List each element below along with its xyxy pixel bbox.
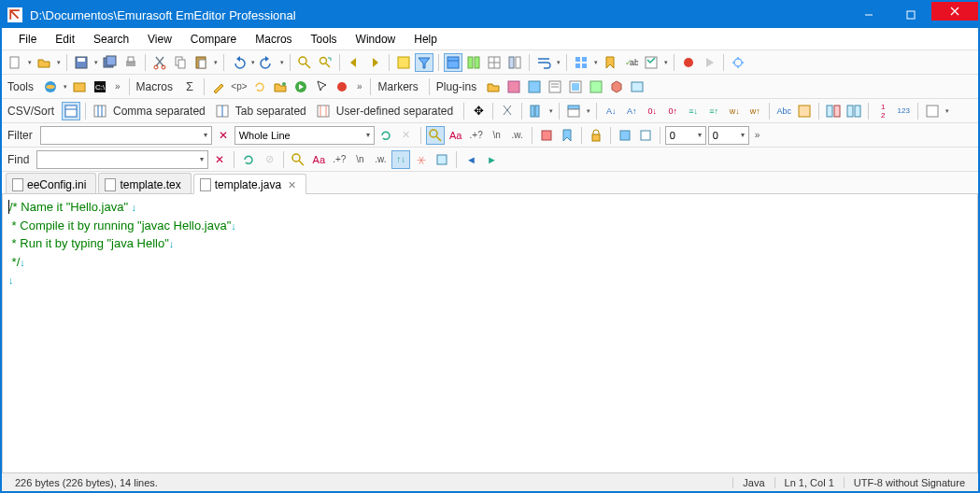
compare-icon[interactable]	[824, 102, 843, 120]
tab-eeconfig[interactable]: eeConfig.ini	[6, 173, 96, 193]
sort-short-icon[interactable]: ≡↓	[684, 102, 703, 120]
save-drop[interactable]: ▾	[92, 53, 99, 72]
filter-refresh-icon[interactable]	[376, 126, 395, 145]
find-esc-icon[interactable]: \n	[350, 150, 369, 169]
find-close-icon[interactable]	[433, 150, 451, 169]
find-count-icon[interactable]: ⚹	[412, 150, 431, 169]
menu-help[interactable]: Help	[405, 31, 447, 48]
ie-drop[interactable]: ▾	[62, 77, 68, 96]
filter-input[interactable]: ▾	[40, 126, 212, 145]
regex-icon[interactable]: .+?	[467, 126, 486, 145]
filter-abort-icon[interactable]: ✕	[397, 126, 416, 145]
open-icon[interactable]	[35, 53, 53, 72]
header-drop[interactable]: ▾	[585, 102, 591, 120]
case-icon[interactable]: Aa	[447, 126, 465, 145]
lines-below[interactable]: 0▾	[708, 126, 749, 145]
cut-icon[interactable]	[150, 53, 169, 72]
minimize-button[interactable]	[847, 6, 889, 24]
view-normal-icon[interactable]	[444, 53, 462, 72]
macro-run-icon[interactable]	[291, 77, 310, 96]
menu-compare[interactable]: Compare	[181, 31, 246, 48]
find-input[interactable]: ▾	[36, 150, 208, 169]
redo-drop[interactable]: ▾	[278, 53, 285, 72]
move-cell-icon[interactable]: ✥	[469, 102, 488, 120]
find-zoom-icon[interactable]	[289, 150, 307, 169]
tab-template-tex[interactable]: template.tex	[98, 173, 191, 193]
sort-09-icon[interactable]: 0↓	[643, 102, 661, 120]
cols-drop[interactable]: ▾	[547, 102, 554, 120]
close-tab-icon[interactable]: ✕	[288, 179, 296, 191]
block2-icon[interactable]	[636, 126, 655, 145]
tab-sep-label[interactable]: Tab separated	[234, 105, 312, 118]
bar-icon[interactable]	[923, 102, 942, 120]
explorer-icon[interactable]	[70, 77, 89, 96]
bookmark-icon[interactable]	[601, 53, 619, 72]
lock-icon[interactable]	[587, 126, 605, 145]
spell-icon[interactable]: ✓ab	[621, 53, 640, 72]
plugin-4-icon[interactable]	[546, 77, 564, 96]
undo-icon[interactable]	[229, 53, 248, 72]
filter-toggle-icon[interactable]	[415, 53, 433, 72]
csv-mode-icon[interactable]	[62, 102, 80, 120]
tab-sep-icon[interactable]	[213, 102, 232, 120]
plugin-6-icon[interactable]	[587, 77, 605, 96]
filter-x-icon[interactable]: ✕	[214, 126, 233, 145]
cmd-icon[interactable]: C:\	[91, 77, 109, 96]
plugin-1-icon[interactable]	[484, 77, 503, 96]
macro-stop-icon[interactable]	[333, 77, 351, 96]
menu-window[interactable]: Window	[347, 31, 405, 48]
filter-scope[interactable]: Whole Line▾	[234, 126, 375, 145]
user-sep-label[interactable]: User-defined separated	[334, 105, 459, 118]
macro-save-icon[interactable]	[271, 77, 290, 96]
num-icon[interactable]: 12	[873, 102, 892, 120]
find-icon[interactable]	[295, 53, 314, 72]
replace-icon[interactable]	[316, 53, 334, 72]
header-icon[interactable]	[564, 102, 583, 120]
param-icon[interactable]: <p>	[230, 77, 249, 96]
menu-macros[interactable]: Macros	[246, 31, 301, 48]
comma-sep-icon[interactable]	[91, 102, 109, 120]
plugin-8-icon[interactable]	[628, 77, 646, 96]
neg-icon[interactable]	[537, 126, 556, 145]
menu-tools[interactable]: Tools	[302, 31, 347, 48]
paste-icon[interactable]	[192, 53, 210, 72]
close-button[interactable]	[931, 2, 978, 21]
wrap-icon[interactable]	[534, 53, 553, 72]
config-icon[interactable]	[642, 53, 660, 72]
macro-refresh-icon[interactable]	[250, 77, 269, 96]
paste-drop[interactable]: ▾	[212, 53, 219, 72]
menu-file[interactable]: File	[9, 31, 46, 48]
block-icon[interactable]	[616, 126, 634, 145]
view-outline-icon[interactable]	[505, 53, 524, 72]
find-prev2-icon[interactable]: ◄	[462, 150, 480, 169]
new-file-drop[interactable]: ▾	[26, 53, 33, 72]
view-split-icon[interactable]	[464, 53, 483, 72]
wrap-drop[interactable]: ▾	[555, 53, 561, 72]
user-sep-icon[interactable]	[314, 102, 333, 120]
menu-edit[interactable]: Edit	[46, 31, 84, 48]
find-regex-icon[interactable]: .+?	[330, 150, 348, 169]
find-case-icon[interactable]: Aa	[309, 150, 328, 169]
find-next-icon[interactable]	[365, 53, 384, 72]
view-grid-icon[interactable]	[485, 53, 504, 72]
config-drop[interactable]: ▾	[662, 53, 669, 72]
menu-view[interactable]: View	[138, 31, 181, 48]
find-word-icon[interactable]: .w.	[371, 150, 390, 169]
sort-az-icon[interactable]: A↓	[602, 102, 620, 120]
play-icon[interactable]	[700, 53, 718, 72]
compare2-icon[interactable]	[845, 102, 863, 120]
ie-icon[interactable]	[41, 77, 60, 96]
find-x-icon[interactable]: ✕	[210, 150, 229, 169]
menu-search[interactable]: Search	[84, 31, 138, 48]
dedup2-icon[interactable]	[795, 102, 814, 120]
tile-icon[interactable]	[572, 53, 590, 72]
print-icon[interactable]	[121, 53, 140, 72]
macros-overflow[interactable]: »	[353, 81, 366, 92]
tab-template-java[interactable]: template.java✕	[193, 174, 306, 194]
whole-word-icon[interactable]: .w.	[508, 126, 527, 145]
sort-za-icon[interactable]: A↑	[622, 102, 641, 120]
plugin-7-icon[interactable]	[607, 77, 626, 96]
cut-col-icon[interactable]	[498, 102, 517, 120]
save-icon[interactable]	[72, 53, 91, 72]
find-wrap-icon[interactable]: ↑↓	[391, 150, 410, 169]
